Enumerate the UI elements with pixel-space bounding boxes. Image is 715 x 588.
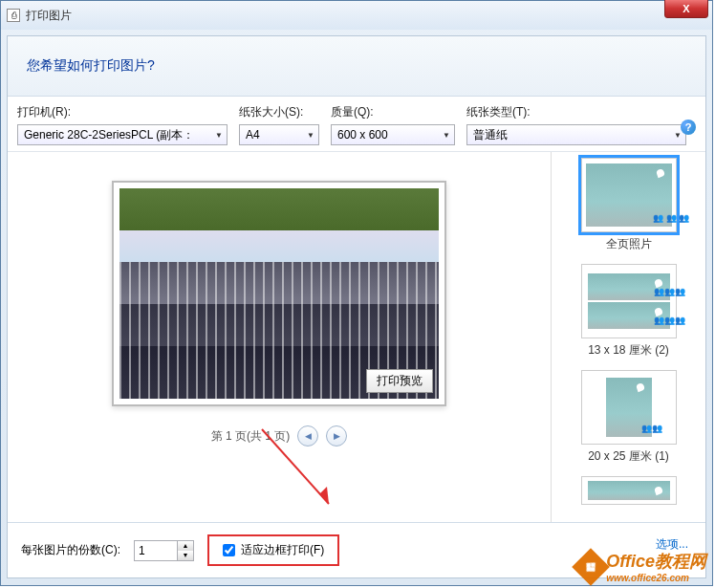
svg-marker-1 xyxy=(319,487,329,504)
printer-value: Generic 28C-2SeriesPCL (副本： xyxy=(24,127,194,143)
dialog-content: 您希望如何打印图片? 打印机(R): Generic 28C-2SeriesPC… xyxy=(7,35,706,578)
paper-size-value: A4 xyxy=(246,128,260,142)
layout-label: 13 x 18 厘米 (2) xyxy=(563,342,694,359)
paper-size-select[interactable]: A4 ▼ xyxy=(239,124,319,145)
print-pictures-window: ⎙ 打印图片 X 您希望如何打印图片? 打印机(R): Generic 28C-… xyxy=(0,0,713,586)
watermark: ❖ Office教程网 www.office26.com xyxy=(577,550,706,583)
copies-spinner[interactable]: ▲ ▼ xyxy=(134,540,194,561)
copies-label: 每张图片的份数(C): xyxy=(21,542,120,558)
watermark-logo-icon: ❖ xyxy=(573,548,611,586)
main-area: 打印预览 第 1 页(共 1 页) ◀ ▶ xyxy=(8,152,705,522)
layout-list[interactable]: 👥 👥 👥 全页照片 👥👥👥 👥👥👥 13 x 18 厘米 (2) 👥👥 20 … xyxy=(551,152,705,522)
watermark-url: www.office26.com xyxy=(606,573,706,583)
pager: 第 1 页(共 1 页) ◀ ▶ xyxy=(211,425,348,446)
print-preview-button[interactable]: 打印预览 xyxy=(366,369,433,393)
paper-type-label: 纸张类型(T): xyxy=(466,104,686,120)
close-icon: X xyxy=(682,3,689,14)
fit-frame-label: 适应边框打印(F) xyxy=(241,542,324,558)
window-title: 打印图片 xyxy=(26,8,72,24)
header-area: 您希望如何打印图片? xyxy=(8,36,705,97)
help-icon: ? xyxy=(685,121,692,133)
prev-page-button[interactable]: ◀ xyxy=(297,425,318,446)
copies-input[interactable] xyxy=(135,541,177,560)
fit-frame-highlight: 适应边框打印(F) xyxy=(207,534,339,566)
fit-frame-checkbox[interactable] xyxy=(223,544,235,556)
titlebar: ⎙ 打印图片 X xyxy=(1,1,712,30)
preview-pane: 打印预览 第 1 页(共 1 页) ◀ ▶ xyxy=(8,152,551,522)
layout-more[interactable] xyxy=(563,476,694,505)
next-icon: ▶ xyxy=(334,431,340,441)
print-options-row: 打印机(R): Generic 28C-2SeriesPCL (副本： ▼ 纸张… xyxy=(8,97,705,152)
close-button[interactable]: X xyxy=(664,0,708,18)
layout-label: 20 x 25 厘米 (1) xyxy=(563,448,694,465)
chevron-down-icon: ▼ xyxy=(307,131,314,140)
printer-label: 打印机(R): xyxy=(17,104,228,120)
quality-label: 质量(Q): xyxy=(331,104,455,120)
paper-size-label: 纸张大小(S): xyxy=(239,104,319,120)
main-question: 您希望如何打印图片? xyxy=(27,57,686,75)
paper-type-select[interactable]: 普通纸 ▼ xyxy=(466,124,686,145)
preview-frame: 打印预览 xyxy=(112,181,446,406)
window-icon: ⎙ xyxy=(7,9,20,22)
quality-value: 600 x 600 xyxy=(337,128,388,142)
chevron-down-icon: ▼ xyxy=(443,131,450,140)
spin-down-button[interactable]: ▼ xyxy=(178,551,193,560)
printer-select[interactable]: Generic 28C-2SeriesPCL (副本： ▼ xyxy=(17,124,228,145)
paper-type-value: 普通纸 xyxy=(473,127,508,143)
layout-13x18[interactable]: 👥👥👥 👥👥👥 13 x 18 厘米 (2) xyxy=(563,264,694,359)
chevron-down-icon: ▼ xyxy=(215,131,223,140)
layout-20x25[interactable]: 👥👥 20 x 25 厘米 (1) xyxy=(563,370,694,465)
chevron-down-icon: ▼ xyxy=(674,131,682,140)
watermark-brand: Office教程网 xyxy=(606,552,706,571)
quality-select[interactable]: 600 x 600 ▼ xyxy=(331,124,455,145)
prev-icon: ◀ xyxy=(305,431,312,441)
page-indicator: 第 1 页(共 1 页) xyxy=(211,428,291,445)
layout-full-page[interactable]: 👥 👥 👥 全页照片 xyxy=(563,158,694,252)
spin-up-button[interactable]: ▲ xyxy=(178,541,193,551)
preview-image xyxy=(119,188,439,399)
layout-label: 全页照片 xyxy=(563,236,694,252)
next-page-button[interactable]: ▶ xyxy=(326,425,347,446)
help-button[interactable]: ? xyxy=(681,120,696,135)
